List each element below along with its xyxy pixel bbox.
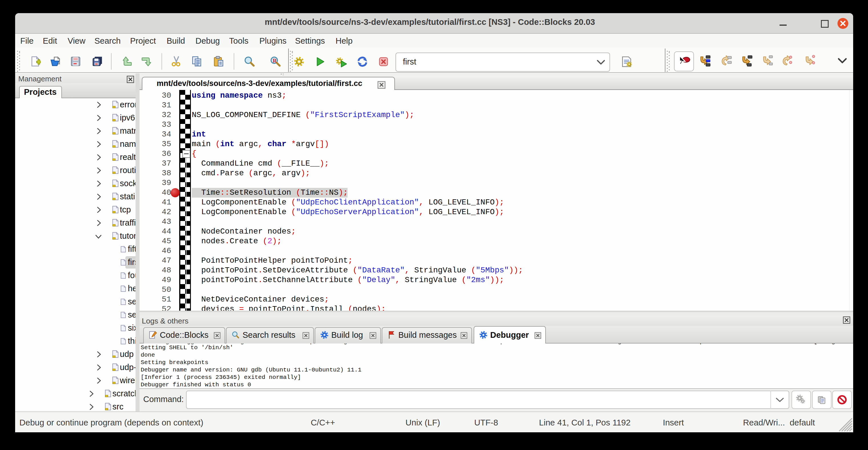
svg-text:R: R bbox=[273, 57, 277, 64]
